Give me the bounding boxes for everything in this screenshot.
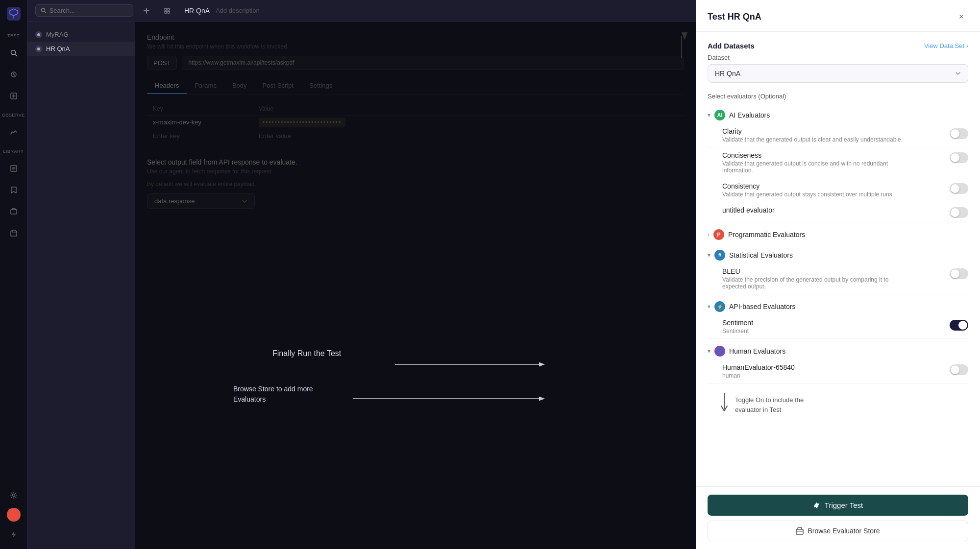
chevron-statistical-icon: ▾ (708, 252, 710, 259)
content-area: MyRAG HR QnA Endpoint We will hit this e… (27, 22, 696, 549)
eval-group-programmatic-header[interactable]: › P Programmatic Evaluators (708, 226, 968, 243)
sidebar-icon-observe[interactable] (5, 123, 23, 141)
search-input[interactable] (49, 7, 128, 14)
add-datasets-heading: Add Datasets (708, 42, 755, 50)
eval-item-humaneval: HumanEvaluator-65840 human (708, 359, 968, 383)
svg-rect-11 (168, 11, 170, 13)
sidebar-icon-lib3[interactable] (5, 203, 23, 220)
programmatic-evaluators-label: Programmatic Evaluators (728, 231, 805, 239)
eval-group-programmatic: › P Programmatic Evaluators (708, 226, 968, 243)
nav-dot-myrag (35, 31, 42, 38)
eval-group-statistical-header[interactable]: ▾ # Statistical Evaluators (708, 247, 968, 263)
ai-evaluators-icon: AI (714, 110, 725, 120)
untitled-name: untitled evaluator (722, 206, 775, 214)
svg-point-7 (41, 8, 45, 12)
consistency-name: Consistency (722, 182, 894, 190)
svg-rect-5 (11, 210, 17, 214)
main-content: HR QnA Add description MyRAG HR QnA Endp… (27, 0, 696, 549)
eval-group-ai: ▾ AI AI Evaluators Clarity Validate that… (708, 107, 968, 222)
eval-group-human-header[interactable]: ▾ 👤 Human Evaluators (708, 343, 968, 359)
dataset-select[interactable]: HR QnA (708, 64, 968, 83)
untitled-toggle[interactable] (950, 207, 968, 218)
svg-point-13 (37, 48, 40, 50)
sidebar-icon-search[interactable] (5, 44, 23, 62)
sidebar-icon-bolt[interactable] (5, 525, 23, 543)
view-data-link[interactable]: View Data Set › (924, 42, 968, 49)
sidebar-icon-settings[interactable] (5, 486, 23, 504)
close-button[interactable]: × (955, 10, 968, 24)
clarity-name: Clarity (722, 127, 903, 135)
sidebar-icon-lib4[interactable] (5, 224, 23, 242)
sentiment-desc: Sentiment (722, 328, 753, 334)
eval-item-untitled: untitled evaluator (708, 202, 968, 222)
sidebar-icon-list[interactable] (5, 66, 23, 83)
add-datasets-section: Add Datasets View Data Set › (708, 42, 968, 50)
nav-item-myrag[interactable]: MyRAG (27, 27, 135, 42)
trigger-test-button[interactable]: Trigger Test (708, 495, 968, 516)
search-bar[interactable] (35, 4, 133, 17)
eval-item-untitled-info: untitled evaluator (722, 206, 775, 215)
user-avatar[interactable] (7, 508, 21, 522)
evaluators-label: Select evaluators (Optional) (708, 93, 968, 100)
clarity-desc: Validate that the generated output is cl… (722, 136, 903, 143)
human-evaluators-icon: 👤 (714, 346, 725, 357)
api-evaluators-label: API-based Evaluators (729, 303, 795, 310)
dataset-value: HR QnA (715, 70, 740, 77)
eval-group-api: ▾ ⚡ API-based Evaluators Sentiment Senti… (708, 298, 968, 339)
eval-item-clarity-info: Clarity Validate that the generated outp… (722, 127, 903, 143)
human-evaluators-label: Human Evaluators (729, 347, 785, 355)
test-section-label: TEST (7, 33, 20, 38)
eval-item-clarity: Clarity Validate that the generated outp… (708, 123, 968, 147)
bleu-desc: Validate the precision of the generated … (722, 276, 908, 290)
sentiment-name: Sentiment (722, 319, 753, 327)
bleu-toggle[interactable] (950, 268, 968, 279)
overlay (135, 22, 696, 549)
svg-rect-10 (165, 11, 167, 13)
eval-group-statistical: ▾ # Statistical Evaluators BLEU Validate… (708, 247, 968, 294)
panel-title: Test HR QnA (708, 12, 761, 22)
sidebar-icon-plus[interactable] (5, 87, 23, 105)
chevron-ai-icon: ▾ (708, 112, 710, 119)
grid-button[interactable] (160, 3, 174, 18)
svg-rect-8 (165, 8, 167, 10)
conciseness-desc: Validate that generated output is concis… (722, 160, 908, 174)
svg-point-12 (37, 33, 40, 36)
panel-body: Add Datasets View Data Set › Dataset HR … (696, 32, 980, 486)
humaneval-name: HumanEvaluator-65840 (722, 363, 795, 371)
conciseness-toggle[interactable] (950, 152, 968, 163)
nav-label-hrqna: HR QnA (46, 45, 70, 52)
store-icon (796, 527, 804, 535)
add-button[interactable] (139, 3, 154, 18)
eval-item-bleu-info: BLEU Validate the precision of the gener… (722, 267, 908, 290)
svg-point-6 (12, 494, 15, 497)
clarity-toggle[interactable] (950, 128, 968, 139)
eval-item-humaneval-info: HumanEvaluator-65840 human (722, 363, 795, 379)
editor-area: Endpoint We will hit this endpoint when … (135, 22, 696, 549)
svg-point-1 (11, 50, 15, 55)
left-sidebar: TEST OBSERVE LIBRARY (0, 0, 27, 549)
nav-item-hrqna[interactable]: HR QnA (27, 42, 135, 56)
add-description[interactable]: Add description (216, 7, 260, 14)
trigger-icon (813, 501, 821, 509)
sentiment-toggle[interactable] (950, 320, 968, 331)
api-evaluators-icon: ⚡ (714, 301, 725, 312)
statistical-evaluators-icon: # (714, 250, 725, 261)
browse-btn-label: Browse Evaluator Store (808, 527, 880, 535)
sidebar-bottom (5, 486, 23, 543)
browse-evaluator-store-button[interactable]: Browse Evaluator Store (708, 521, 968, 541)
chevron-programmatic-icon: › (708, 231, 710, 238)
humaneval-toggle[interactable] (950, 364, 968, 375)
eval-group-ai-header[interactable]: ▾ AI AI Evaluators (708, 107, 968, 123)
consistency-toggle[interactable] (950, 183, 968, 194)
eval-group-api-header[interactable]: ▾ ⚡ API-based Evaluators (708, 298, 968, 315)
svg-rect-21 (796, 529, 803, 534)
top-nav: HR QnA Add description (27, 0, 696, 22)
search-icon (41, 7, 47, 14)
sidebar-icon-lib1[interactable] (5, 160, 23, 177)
eval-item-consistency-info: Consistency Validate that generated outp… (722, 182, 894, 198)
eval-item-conciseness: Conciseness Validate that generated outp… (708, 147, 968, 178)
library-section-label: LIBRARY (3, 149, 24, 154)
eval-item-sentiment: Sentiment Sentiment (708, 315, 968, 339)
svg-rect-9 (168, 8, 170, 10)
sidebar-icon-lib2[interactable] (5, 181, 23, 199)
